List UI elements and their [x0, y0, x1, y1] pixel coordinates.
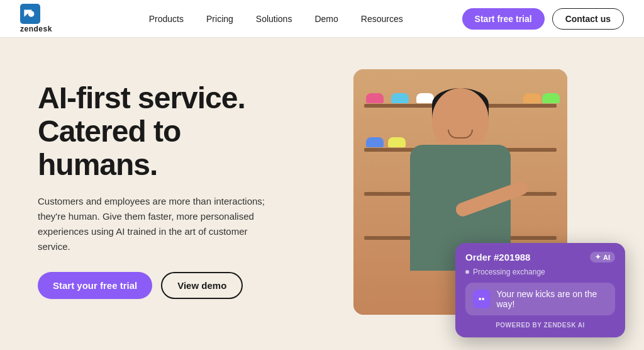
hero-content: AI-first service. Catered to humans. Cus…: [38, 69, 314, 299]
chat-header: Order #201988 ✦ AI: [465, 252, 615, 262]
headline-line1: AI-first service.: [38, 81, 245, 115]
chat-message-row: •• Your new kicks are on the way!: [465, 283, 615, 315]
hero-headline: AI-first service. Catered to humans.: [38, 82, 314, 181]
hero-buttons: Start your free trial View demo: [38, 272, 314, 299]
nav-demo[interactable]: Demo: [314, 14, 338, 24]
contact-us-button[interactable]: Contact us: [552, 8, 624, 30]
nav-actions: Start free trial Contact us: [462, 8, 624, 30]
nav-products[interactable]: Products: [149, 14, 184, 24]
processing-label: Processing exchange: [473, 268, 545, 276]
nav-resources[interactable]: Resources: [361, 14, 403, 24]
ai-badge-text: AI: [603, 254, 610, 261]
hero-visual: Order #201988 ✦ AI Processing exchange •…: [314, 69, 606, 350]
hero-start-trial-button[interactable]: Start your free trial: [38, 272, 152, 299]
chat-dots-icon: ••: [479, 294, 485, 304]
ai-spark-icon: ✦: [595, 253, 601, 261]
chat-card: Order #201988 ✦ AI Processing exchange •…: [455, 243, 625, 337]
headline-line3: humans.: [38, 148, 157, 181]
chat-order-title: Order #201988: [465, 252, 530, 262]
person-head: [432, 88, 489, 151]
zendesk-logo-icon: [20, 4, 40, 24]
hero-subtext: Customers and employees are more than in…: [38, 194, 277, 254]
chat-avatar: ••: [473, 290, 491, 308]
headline-line2: Catered to: [38, 115, 180, 148]
start-free-trial-button[interactable]: Start free trial: [462, 8, 545, 30]
chat-processing: Processing exchange: [465, 268, 615, 276]
navbar: zendesk Products Pricing Solutions Demo …: [0, 0, 644, 38]
nav-solutions[interactable]: Solutions: [256, 14, 292, 24]
logo[interactable]: zendesk: [20, 4, 52, 33]
hero-section: AI-first service. Catered to humans. Cus…: [0, 38, 644, 350]
hero-view-demo-button[interactable]: View demo: [161, 272, 243, 299]
shoe-5: [542, 93, 560, 103]
nav-links: Products Pricing Solutions Demo Resource…: [90, 14, 462, 24]
nav-pricing[interactable]: Pricing: [206, 14, 233, 24]
ai-badge: ✦ AI: [590, 252, 615, 262]
chat-message-text: Your new kicks are on the way!: [497, 289, 608, 309]
logo-text: zendesk: [20, 25, 52, 33]
processing-dot: [465, 270, 469, 274]
chat-footer: POWERED BY ZENDESK AI: [465, 322, 615, 329]
